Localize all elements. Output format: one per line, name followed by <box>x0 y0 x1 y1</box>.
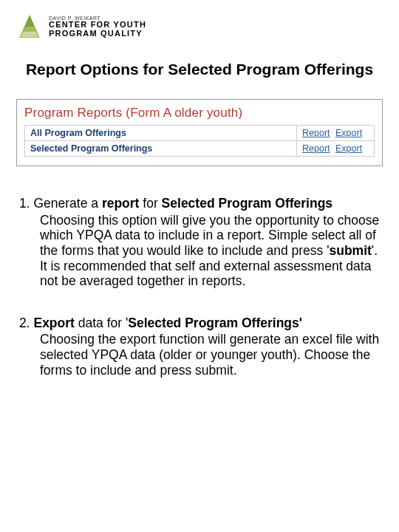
logo-text-line2: PROGRAM QUALITY <box>49 30 146 38</box>
svg-marker-2 <box>23 27 36 32</box>
logo-text: DAVID P. WEIKART CENTER FOR YOUTH PROGRA… <box>49 16 146 38</box>
section-1-lead-mid: for <box>139 196 161 211</box>
section-1: 1. Generate a report for Selected Progra… <box>16 196 383 289</box>
panel-heading: Program Reports (Form A older youth) <box>24 106 375 120</box>
section-2-lead-bold2: Selected Program Offerings' <box>128 316 302 330</box>
reports-panel: Program Reports (Form A older youth) All… <box>16 99 383 166</box>
section-2: 2. Export data for 'Selected Program Off… <box>16 316 383 378</box>
row-label: All Program Offerings <box>25 126 297 141</box>
row-actions: Report Export <box>297 141 375 157</box>
section-1-desc-bold: submit <box>329 243 371 258</box>
section-1-num: 1. <box>19 196 33 211</box>
section-1-lead-bold2: Selected Program Offerings <box>162 196 332 211</box>
report-link[interactable]: Report <box>302 128 330 138</box>
svg-marker-3 <box>20 32 38 37</box>
export-link[interactable]: Export <box>335 128 362 138</box>
table-row: Selected Program Offerings Report Export <box>25 141 375 157</box>
export-link[interactable]: Export <box>335 143 362 154</box>
table-row: All Program Offerings Report Export <box>25 126 375 141</box>
row-label: Selected Program Offerings <box>25 141 297 157</box>
page-title: Report Options for Selected Program Offe… <box>16 61 383 78</box>
section-2-num: 2. <box>19 316 33 330</box>
section-1-lead: 1. Generate a report for Selected Progra… <box>19 196 380 211</box>
section-2-lead-bold1: Export <box>33 316 74 330</box>
reports-table: All Program Offerings Report Export Sele… <box>24 125 375 157</box>
section-1-lead-bold1: report <box>102 196 140 211</box>
section-2-lead: 2. Export data for 'Selected Program Off… <box>19 316 380 331</box>
logo-text-line1: CENTER FOR YOUTH <box>49 21 146 30</box>
logo-pyramid-icon <box>16 13 43 40</box>
section-2-desc: Choosing the export function will genera… <box>19 332 380 378</box>
section-1-lead-pre: Generate a <box>33 196 101 211</box>
section-2-lead-mid: data for ' <box>75 316 128 330</box>
row-actions: Report Export <box>297 126 375 141</box>
svg-marker-1 <box>25 16 35 27</box>
section-1-desc: Choosing this option will give you the o… <box>19 213 380 289</box>
report-link[interactable]: Report <box>302 143 330 154</box>
header-logo: DAVID P. WEIKART CENTER FOR YOUTH PROGRA… <box>16 13 383 40</box>
